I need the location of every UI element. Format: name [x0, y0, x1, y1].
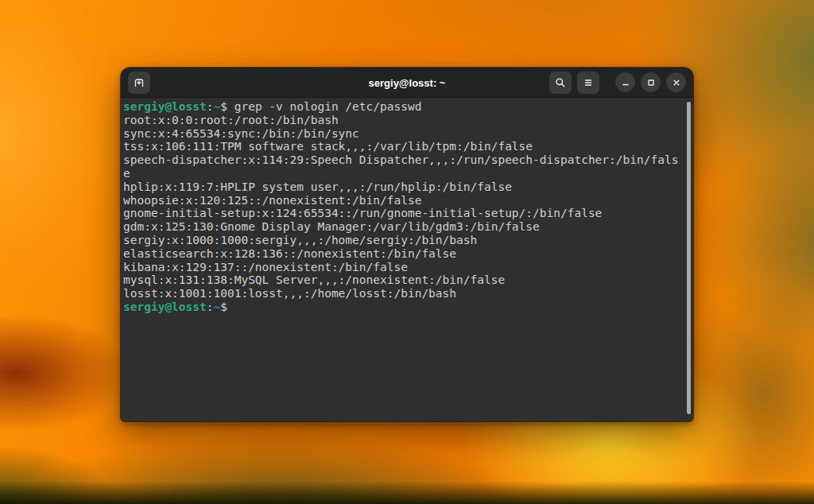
output-line: mysql:x:131:138:MySQL Server,,,:/nonexis…: [123, 273, 685, 287]
close-button[interactable]: [666, 72, 686, 92]
prompt-separator: :: [207, 100, 214, 113]
minimize-button[interactable]: [615, 72, 635, 92]
output-line: tss:x:106:111:TPM software stack,,,:/var…: [123, 140, 685, 153]
output-line: sergiy:x:1000:1000:sergiy,,,:/home/sergi…: [123, 234, 685, 247]
output-text: tss:x:106:111:TPM software stack,,,:/var…: [123, 140, 533, 153]
output-text: e: [123, 167, 130, 180]
output-text: root:x:0:0:root:/root:/bin/bash: [123, 114, 339, 126]
scrollbar-thumb[interactable]: [687, 102, 691, 414]
output-text: kibana:x:129:137::/nonexistent:/bin/fals…: [123, 261, 408, 273]
output-line: speech-dispatcher:x:114:29:Speech Dispat…: [123, 153, 685, 167]
prompt-separator: :: [207, 300, 214, 313]
output-line: gdm:x:125:130:Gnome Display Manager:/var…: [123, 220, 685, 234]
terminal-window: sergiy@losst: ~: [121, 68, 693, 421]
output-text: elasticsearch:x:128:136::/nonexistent:/b…: [123, 247, 456, 260]
new-tab-button[interactable]: [128, 72, 150, 94]
minimize-icon: [620, 77, 631, 88]
output-line: hplip:x:119:7:HPLIP system user,,,:/run/…: [123, 180, 685, 194]
prompt-symbol: $: [220, 100, 227, 113]
output-text: speech-dispatcher:x:114:29:Speech Dispat…: [123, 153, 678, 166]
output-line: losst:x:1001:1001:losst,,,:/home/losst:/…: [123, 287, 685, 300]
new-tab-icon: [133, 76, 145, 89]
command-text: grep -v nologin /etc/passwd: [227, 100, 421, 113]
prompt-user: sergiy@losst: [123, 300, 207, 313]
output-text: sync:x:4:65534:sync:/bin:/bin/sync: [123, 127, 359, 140]
maximize-icon: [645, 77, 657, 88]
prompt-line: sergiy@losst:~$ grep -v nologin /etc/pas…: [123, 100, 685, 114]
output-text: gnome-initial-setup:x:124:65534::/run/gn…: [123, 207, 602, 219]
output-text: losst:x:1001:1001:losst,,,:/home/losst:/…: [123, 287, 456, 300]
window-title: sergiy@losst: ~: [369, 76, 446, 88]
prompt-symbol: $: [220, 300, 227, 313]
maximize-button[interactable]: [641, 72, 661, 92]
output-text: sergiy:x:1000:1000:sergiy,,,:/home/sergi…: [123, 234, 477, 246]
output-line: root:x:0:0:root:/root:/bin/bash: [123, 114, 685, 127]
output-line: whoopsie:x:120:125::/nonexistent:/bin/fa…: [123, 194, 685, 207]
menu-button[interactable]: [577, 72, 599, 94]
close-icon: [671, 77, 682, 88]
prompt-path: ~: [214, 300, 221, 313]
terminal-screen[interactable]: sergiy@losst:~$ grep -v nologin /etc/pas…: [121, 98, 693, 421]
command-text: [227, 300, 235, 313]
terminal-lines: sergiy@losst:~$ grep -v nologin /etc/pas…: [123, 100, 685, 314]
desktop-wallpaper: sergiy@losst: ~: [0, 0, 814, 504]
menu-icon: [582, 76, 595, 89]
output-text: gdm:x:125:130:Gnome Display Manager:/var…: [123, 220, 540, 233]
output-line: sync:x:4:65534:sync:/bin:/bin/sync: [123, 127, 685, 141]
output-text: whoopsie:x:120:125::/nonexistent:/bin/fa…: [123, 194, 421, 207]
output-line: gnome-initial-setup:x:124:65534::/run/gn…: [123, 207, 685, 220]
output-line: kibana:x:129:137::/nonexistent:/bin/fals…: [123, 261, 685, 274]
prompt-path: ~: [214, 100, 221, 113]
search-icon: [554, 76, 567, 89]
prompt-user: sergiy@losst: [123, 100, 207, 113]
prompt-line: sergiy@losst:~$: [123, 300, 685, 314]
output-line: elasticsearch:x:128:136::/nonexistent:/b…: [123, 247, 685, 261]
output-text: mysql:x:131:138:MySQL Server,,,:/nonexis…: [123, 273, 505, 286]
output-line: e: [123, 167, 685, 180]
titlebar[interactable]: sergiy@losst: ~: [121, 68, 693, 98]
search-button[interactable]: [549, 72, 572, 94]
output-text: hplip:x:119:7:HPLIP system user,,,:/run/…: [123, 180, 512, 193]
